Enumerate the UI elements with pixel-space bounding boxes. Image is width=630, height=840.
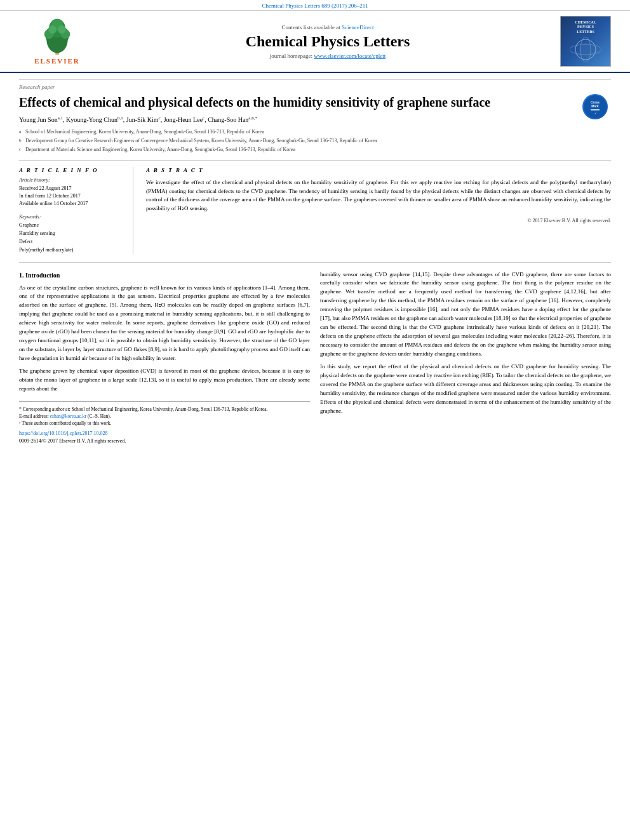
sciencedirect-link[interactable]: ScienceDirect	[342, 24, 373, 30]
article-info-heading: A R T I C L E I N F O	[19, 167, 123, 173]
affil-c-text: Department of Materials Science and Engi…	[25, 146, 295, 154]
journal-homepage-line: journal homepage: www.elsevier.com/locat…	[102, 53, 554, 59]
right-col-paragraph-2: In this study, we report the effect of t…	[320, 363, 611, 416]
abstract-panel: A B S T R A C T We investigate the effec…	[146, 167, 611, 254]
abstract-heading: A B S T R A C T	[146, 167, 611, 173]
affil-b-text: Development Group for Creative Research …	[25, 137, 377, 145]
email-label: E-mail address:	[19, 413, 50, 419]
journal-header: ELSEVIER Contents lists available at Sci…	[0, 11, 630, 73]
footnotes-section: * Corresponding author at: School of Mec…	[19, 401, 310, 445]
crossmark-badge-area[interactable]: Cross Mark ✓	[579, 94, 611, 119]
received-date: Received 22 August 2017	[19, 185, 123, 192]
corresponding-author-note: * Corresponding author at: School of Mec…	[19, 406, 310, 413]
contents-available-line: Contents lists available at ScienceDirec…	[102, 24, 554, 30]
keyword-3: Defect	[19, 238, 123, 246]
affiliations-block: a School of Mechanical Engineering, Kore…	[19, 128, 611, 154]
article-info-abstract-section: A R T I C L E I N F O Article history: R…	[19, 160, 611, 254]
homepage-label: journal homepage:	[270, 53, 312, 59]
cover-decoration-icon	[570, 37, 601, 62]
affiliation-c: c Department of Materials Science and En…	[19, 146, 611, 154]
body-right-column: humidity sensor using CVD graphene [14,1…	[320, 270, 611, 445]
intro-paragraph-2: The graphene grown by chemical vapor dep…	[19, 367, 310, 394]
elsevier-logo: ELSEVIER	[34, 18, 80, 65]
journal-name: Chemical Physics Letters	[102, 33, 554, 50]
email-attribution: (C.-S. Han).	[88, 413, 111, 419]
body-left-column: 1. Introduction As one of the crystallin…	[19, 270, 310, 445]
section-divider	[19, 262, 611, 263]
cover-title-line1: CHEMICAL	[575, 20, 596, 25]
doi-link[interactable]: https://doi.org/10.1016/j.cplett.2017.10…	[19, 430, 310, 437]
title-text: Effects of chemical and physical defects…	[19, 95, 490, 109]
abstract-text: We investigate the effect of the chemica…	[146, 178, 611, 213]
keyword-2: Humidity sensing	[19, 230, 123, 238]
journal-cover-area: CHEMICAL PHYSICS LETTERS	[554, 16, 617, 67]
affil-a-text: School of Mechanical Engineering, Korea …	[25, 128, 264, 136]
svg-point-11	[579, 43, 592, 56]
available-online-date: Available online 14 October 2017	[19, 200, 123, 208]
contents-label: Contents lists available at	[282, 24, 340, 30]
journal-title-area: Contents lists available at ScienceDirec…	[102, 24, 554, 59]
doi-anchor[interactable]: https://doi.org/10.1016/j.cplett.2017.10…	[19, 430, 107, 436]
affiliation-a: a School of Mechanical Engineering, Kore…	[19, 128, 611, 136]
keyword-4: Poly(methyl methacrylate)	[19, 246, 123, 255]
email-note: E-mail address: cshan@korea.ac.kr (C.-S.…	[19, 413, 310, 420]
article-info-panel: A R T I C L E I N F O Article history: R…	[19, 167, 133, 254]
journal-citation: Chemical Physics Letters 689 (2017) 206–…	[0, 0, 630, 11]
cover-title-line2: PHYSICS	[577, 25, 594, 29]
copyright-notice: © 2017 Elsevier B.V. All rights reserved…	[146, 218, 611, 223]
article-history-label: Article history:	[19, 177, 123, 183]
authors-line: Young Jun Sona,1, Kyoung-Yong Chunb,1, J…	[19, 116, 611, 123]
keyword-1: Graphene	[19, 222, 123, 230]
publisher-logo-area: ELSEVIER	[13, 18, 102, 65]
email-link[interactable]: cshan@korea.ac.kr	[50, 413, 86, 419]
keywords-label: Keywords:	[19, 214, 123, 220]
svg-point-8	[48, 25, 57, 34]
article-title: Effects of chemical and physical defects…	[19, 94, 611, 110]
journal-cover-image: CHEMICAL PHYSICS LETTERS	[560, 16, 611, 67]
citation-text: Chemical Physics Letters 689 (2017) 206–…	[262, 3, 368, 9]
right-col-paragraph-1: humidity sensor using CVD graphene [14,1…	[320, 270, 611, 359]
intro-paragraph-1: As one of the crystalline carbon structu…	[19, 284, 310, 363]
equal-contribution-note: ¹ These authors contributed equally to t…	[19, 420, 310, 427]
issn-text: 0009-2614/© 2017 Elsevier B.V. All right…	[19, 437, 310, 445]
introduction-heading: 1. Introduction	[19, 270, 310, 280]
svg-point-9	[58, 25, 66, 34]
final-form-date: In final form 12 October 2017	[19, 192, 123, 200]
homepage-url[interactable]: www.elsevier.com/locate/cplett	[314, 53, 385, 59]
article-type-label: Research paper	[19, 79, 611, 90]
affiliation-b: b Development Group for Creative Researc…	[19, 137, 611, 145]
svg-text:✓: ✓	[594, 112, 596, 115]
keywords-section: Keywords: Graphene Humidity sensing Defe…	[19, 214, 123, 254]
cover-title-line3: LETTERS	[577, 30, 594, 34]
crossmark-icon: Cross Mark ✓	[582, 94, 608, 119]
main-content: Research paper Effects of chemical and p…	[0, 73, 630, 451]
body-content: 1. Introduction As one of the crystallin…	[19, 270, 611, 445]
svg-text:Mark: Mark	[591, 104, 599, 108]
elsevier-tree-icon	[38, 18, 76, 56]
intro-heading-text: 1. Introduction	[19, 272, 60, 279]
elsevier-wordmark: ELSEVIER	[34, 57, 80, 65]
